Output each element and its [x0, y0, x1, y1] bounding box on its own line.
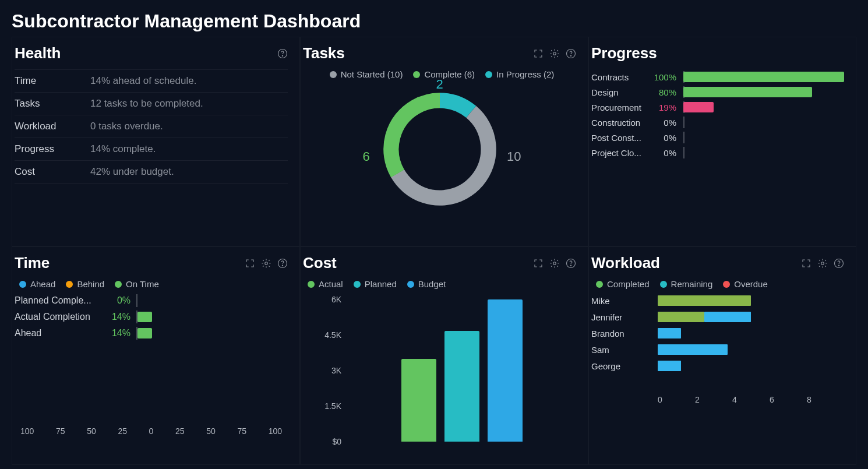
legend-item[interactable]: On Time	[115, 279, 159, 289]
panel-workload: Workload CompletedRemainingOverdue MikeJ…	[588, 246, 856, 465]
legend-item[interactable]: Behind	[66, 279, 104, 289]
progress-row: Design80%	[591, 87, 844, 97]
progress-pct: 19%	[652, 103, 676, 112]
panel-time: Time AheadBehindOn Time Planned Comple..…	[12, 246, 300, 465]
health-label: Cost	[15, 166, 90, 178]
progress-pct: 100%	[652, 72, 676, 82]
legend-item[interactable]: Remaining	[660, 279, 713, 289]
help-icon[interactable]	[834, 258, 844, 269]
legend-dot-icon	[308, 281, 315, 288]
legend-item[interactable]: Ahead	[19, 279, 55, 289]
gear-icon[interactable]	[817, 258, 828, 269]
expand-icon[interactable]	[801, 258, 811, 269]
legend-item[interactable]: Planned	[354, 279, 397, 289]
progress-bar	[683, 72, 844, 82]
panel-health: Health Time14% ahead of schedule.Tasks12…	[12, 37, 300, 246]
legend-item[interactable]: Complete (6)	[413, 69, 475, 79]
workload-bar	[658, 311, 844, 323]
progress-pct: 0%	[652, 148, 676, 158]
legend-label: In Progress (2)	[496, 69, 554, 79]
svg-point-4	[570, 55, 571, 56]
time-name: Planned Comple...	[15, 295, 99, 306]
cost-bar-planned	[444, 331, 479, 442]
legend-label: Overdue	[734, 279, 768, 289]
donut-label-inprogress: 2	[436, 77, 443, 92]
progress-pct: 0%	[652, 133, 676, 143]
health-row: Cost42% under budget.	[15, 161, 288, 184]
axis-tick: $0	[332, 437, 341, 446]
workload-seg-remaining	[658, 328, 681, 338]
health-value: 42% under budget.	[90, 166, 174, 178]
workload-name: Jennifer	[591, 312, 650, 322]
cost-bar-actual	[401, 359, 436, 442]
help-icon[interactable]	[566, 48, 576, 59]
progress-bar	[683, 87, 844, 97]
legend-label: Not Started (10)	[341, 69, 403, 79]
health-label: Time	[15, 75, 90, 87]
workload-name: George	[591, 361, 650, 371]
legend-label: Remaining	[671, 279, 713, 289]
legend-label: On Time	[126, 279, 159, 289]
progress-row: Contracts100%	[591, 72, 844, 82]
legend-dot-icon	[660, 281, 667, 288]
workload-axis: 02468	[658, 395, 844, 404]
legend-label: Completed	[607, 279, 650, 289]
svg-point-16	[838, 265, 839, 266]
help-icon[interactable]	[566, 258, 576, 269]
workload-row: Mike	[591, 295, 844, 306]
workload-row: Sam	[591, 344, 844, 355]
panel-cost: Cost ActualPlannedBudget 6K4.5K3K1.5K$0	[300, 246, 588, 465]
legend-label: Behind	[77, 279, 104, 289]
expand-icon[interactable]	[245, 258, 255, 269]
legend-item[interactable]: Actual	[308, 279, 343, 289]
axis-tick: 2	[695, 395, 732, 404]
workload-name: Mike	[591, 296, 650, 306]
panel-progress: Progress Contracts100%Design80%Procureme…	[588, 37, 856, 246]
axis-tick: 25	[118, 426, 127, 436]
axis-tick: 50	[206, 426, 216, 436]
svg-point-11	[553, 262, 556, 265]
health-row: Tasks12 tasks to be completed.	[15, 93, 288, 115]
axis-tick: 4.5K	[324, 330, 341, 340]
axis-tick: 4	[732, 395, 770, 404]
progress-pct: 80%	[652, 87, 676, 97]
legend-dot-icon	[596, 281, 603, 288]
cost-bar-chart: 6K4.5K3K1.5K$0	[324, 295, 576, 446]
legend-item[interactable]: Budget	[407, 279, 446, 289]
health-value: 14% complete.	[90, 143, 156, 155]
cost-legend: ActualPlannedBudget	[308, 279, 576, 289]
workload-row: Brandon	[591, 327, 844, 339]
panel-tasks: Tasks Not Started (10)Complete (6)In Pro…	[300, 37, 588, 246]
progress-name: Project Clo...	[591, 148, 645, 158]
legend-item[interactable]: Overdue	[723, 279, 768, 289]
workload-bar	[658, 327, 844, 339]
legend-item[interactable]: Not Started (10)	[330, 69, 403, 79]
expand-icon[interactable]	[533, 258, 544, 269]
time-bar	[136, 327, 247, 339]
progress-bar	[683, 102, 844, 112]
legend-label: Planned	[365, 279, 397, 289]
workload-legend: CompletedRemainingOverdue	[596, 279, 844, 289]
workload-bar	[658, 344, 844, 355]
legend-item[interactable]: Completed	[596, 279, 650, 289]
axis-tick: 75	[237, 426, 246, 436]
health-row: Time14% ahead of schedule.	[15, 69, 288, 93]
axis-tick: 0	[658, 395, 695, 404]
help-icon[interactable]	[277, 48, 288, 59]
progress-name: Construction	[591, 118, 645, 128]
expand-icon[interactable]	[533, 48, 544, 59]
legend-label: Ahead	[30, 279, 55, 289]
gear-icon[interactable]	[549, 258, 560, 269]
axis-tick: 6K	[331, 295, 341, 304]
gear-icon[interactable]	[549, 48, 560, 59]
help-icon[interactable]	[277, 258, 288, 269]
workload-row: George	[591, 360, 844, 372]
health-label: Progress	[15, 143, 90, 155]
workload-name: Brandon	[591, 329, 650, 338]
legend-item[interactable]: In Progress (2)	[485, 69, 554, 79]
panel-title-cost: Cost	[303, 254, 337, 272]
gear-icon[interactable]	[261, 258, 271, 269]
page-title: Subcontractor Management Dashboard	[12, 10, 856, 32]
legend-dot-icon	[19, 281, 26, 288]
progress-row: Procurement19%	[591, 102, 844, 112]
